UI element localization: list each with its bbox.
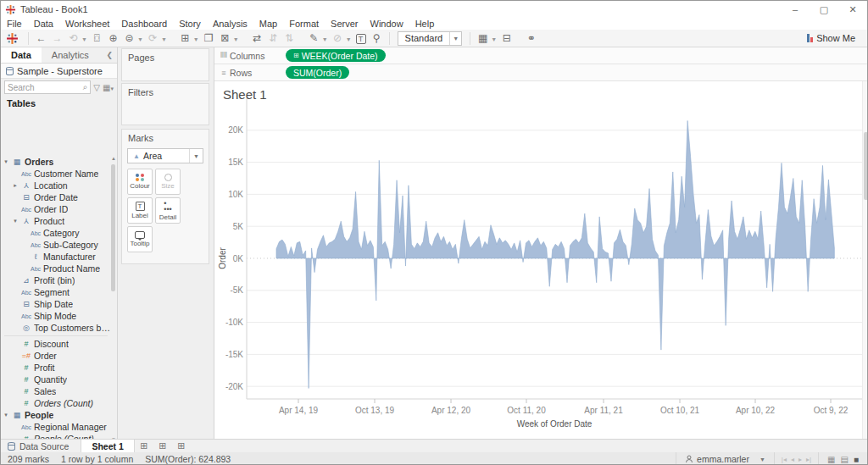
last-page-icon[interactable]: ▸|: [806, 456, 811, 463]
menu-item-analysis[interactable]: Analysis: [213, 19, 248, 29]
menu-item-map[interactable]: Map: [259, 19, 277, 29]
expander-icon[interactable]: ▾: [3, 158, 9, 165]
tab-data[interactable]: Data: [1, 47, 42, 63]
prev-page-icon[interactable]: ◂: [791, 456, 794, 463]
show-cards-icon[interactable]: ▦: [476, 31, 490, 46]
datasource-row[interactable]: Sample - Superstore: [1, 64, 117, 79]
field-orders[interactable]: ▾▦Orders: [1, 156, 111, 168]
show-me-button[interactable]: Show Me: [807, 33, 862, 43]
add-data-icon[interactable]: ⊕: [106, 31, 120, 46]
rows-pill[interactable]: SUM(Order): [286, 66, 349, 79]
chevron-down-icon[interactable]: ▼: [233, 36, 239, 42]
collapse-pane-icon[interactable]: ❮: [106, 51, 117, 59]
field-regional-manager[interactable]: AbcRegional Manager: [1, 421, 111, 433]
chevron-down-icon[interactable]: ▼: [193, 36, 199, 42]
field-location[interactable]: ▸YLocation: [1, 180, 111, 191]
field-segment[interactable]: AbcSegment: [1, 286, 111, 298]
field-sales[interactable]: #Sales: [1, 385, 111, 397]
field-order-date[interactable]: ⊟Order Date: [1, 191, 111, 203]
field-category[interactable]: AbcCategory: [1, 227, 111, 239]
chevron-down-icon[interactable]: ▼: [449, 32, 461, 45]
menu-item-server[interactable]: Server: [331, 19, 358, 29]
chevron-down-icon[interactable]: ▼: [81, 36, 87, 42]
forward-icon[interactable]: →: [50, 31, 64, 46]
clear-sheet-icon[interactable]: ⊠: [218, 31, 232, 46]
chevron-down-icon[interactable]: ▼: [346, 36, 352, 42]
field-discount[interactable]: #Discount: [1, 338, 111, 350]
scroll-up-icon[interactable]: ▲: [110, 156, 117, 161]
field-product-name[interactable]: AbcProduct Name: [1, 263, 111, 274]
fix-axes-icon[interactable]: ⚲: [370, 31, 384, 46]
filters-shelf[interactable]: Filters: [121, 83, 209, 125]
tab-analytics[interactable]: Analytics: [42, 47, 99, 63]
sheet-scrollbar[interactable]: [862, 81, 868, 439]
sort-descending-icon[interactable]: ⇅: [282, 31, 297, 46]
area-chart[interactable]: 20K15K10K5K0K-5K-10K-15K-20KApr 14, 19Oc…: [214, 81, 868, 439]
pages-shelf[interactable]: Pages: [121, 48, 209, 81]
list-view-icon[interactable]: ▤: [841, 455, 849, 464]
expander-icon[interactable]: ▾: [12, 218, 19, 224]
new-worksheet-tab-icon[interactable]: ⊞: [135, 440, 153, 452]
maximize-button[interactable]: ▢: [810, 1, 838, 18]
menu-item-format[interactable]: Format: [289, 19, 319, 29]
sheet-scrollbar-thumb[interactable]: [864, 132, 868, 200]
replay-icon[interactable]: ⟲: [66, 31, 81, 46]
sheet-view[interactable]: Sheet 1 20K15K10K5K0K-5K-10K-15K-20KApr …: [214, 81, 868, 439]
save-icon[interactable]: ⌼: [90, 31, 104, 46]
canvas-view-icon[interactable]: ■: [854, 455, 859, 464]
group-members-icon[interactable]: ⊘: [331, 31, 345, 46]
first-page-icon[interactable]: |◂: [782, 456, 787, 463]
search-input[interactable]: [8, 83, 83, 92]
new-worksheet-icon[interactable]: ⊞: [178, 31, 192, 46]
field-customer-name[interactable]: AbcCustomer Name: [1, 168, 111, 180]
menu-item-data[interactable]: Data: [34, 19, 53, 29]
user-menu[interactable]: emma.marler ▼: [676, 452, 775, 465]
field-orders-count[interactable]: #Orders (Count): [1, 397, 111, 409]
menu-item-story[interactable]: Story: [179, 19, 201, 29]
share-workbook-icon[interactable]: ⚭: [524, 31, 538, 46]
back-icon[interactable]: ←: [34, 31, 48, 46]
field-people[interactable]: ▾▦People: [1, 409, 111, 421]
search-box[interactable]: ⌕: [4, 80, 91, 94]
chevron-down-icon[interactable]: ▼: [491, 36, 497, 42]
mark-type-select[interactable]: ▲ Area ▼: [127, 148, 203, 163]
field-manufacturer[interactable]: ℓManufacturer: [1, 251, 111, 263]
field-ship-date[interactable]: ⊟Ship Date: [1, 298, 111, 310]
close-button[interactable]: ✕: [838, 1, 867, 18]
columns-shelf[interactable]: ⦀⦀ Columns ⊞ WEEK(Order Date): [214, 47, 868, 64]
sort-ascending-icon[interactable]: ⇵: [266, 31, 281, 46]
duplicate-sheet-icon[interactable]: ❐: [202, 31, 216, 46]
new-dashboard-tab-icon[interactable]: ⊞: [153, 440, 172, 452]
label-button[interactable]: T Label: [127, 197, 153, 224]
expander-icon[interactable]: ▸: [12, 182, 19, 189]
tile-view-icon[interactable]: ▦: [827, 455, 835, 464]
fit-mode-select[interactable]: Standard ▼: [398, 31, 463, 46]
presentation-mode-icon[interactable]: ⊟: [499, 31, 514, 46]
new-story-tab-icon[interactable]: ⊞: [172, 440, 191, 452]
chevron-down-icon[interactable]: ▼: [161, 36, 167, 42]
field-product[interactable]: ▾YProduct: [1, 215, 111, 227]
menu-item-dashboard[interactable]: Dashboard: [121, 19, 167, 29]
chevron-down-icon[interactable]: ▼: [137, 36, 143, 42]
data-source-tab[interactable]: Data Source: [1, 440, 81, 452]
tooltip-button[interactable]: Tooltip: [127, 226, 153, 252]
rows-shelf[interactable]: ≡ Rows SUM(Order): [214, 64, 868, 81]
filter-fields-icon[interactable]: ▽: [93, 83, 100, 92]
detail-button[interactable]: •••• Detail: [155, 197, 181, 224]
menu-item-worksheet[interactable]: Worksheet: [65, 19, 109, 29]
field-order[interactable]: =#Order: [1, 350, 111, 362]
expander-icon[interactable]: ▾: [3, 412, 9, 418]
highlight-icon[interactable]: ✎: [307, 31, 321, 46]
columns-pill[interactable]: ⊞ WEEK(Order Date): [286, 49, 386, 62]
colour-button[interactable]: Colour: [127, 169, 153, 195]
field-ship-mode[interactable]: AbcShip Mode: [1, 310, 111, 322]
minimize-button[interactable]: –: [781, 1, 810, 18]
tableau-toolbar-logo-icon[interactable]: [6, 32, 19, 45]
menu-item-window[interactable]: Window: [370, 19, 403, 29]
field-quantity[interactable]: #Quantity: [1, 374, 111, 385]
show-mark-labels-icon[interactable]: T: [356, 34, 366, 44]
sheet-tab-sheet1[interactable]: Sheet 1: [81, 440, 134, 452]
chevron-down-icon[interactable]: ▼: [189, 149, 203, 163]
pause-data-updates-icon[interactable]: ⊜: [122, 31, 136, 46]
data-pane-scrollbar[interactable]: ▲ ▼: [110, 156, 117, 442]
